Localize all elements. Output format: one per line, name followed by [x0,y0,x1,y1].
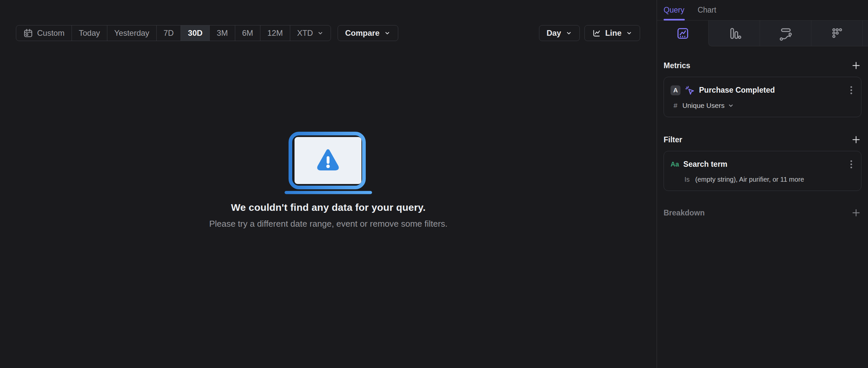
date-range-3m-button[interactable]: 3M [210,26,235,41]
bar-chart-icon [726,26,742,41]
kebab-menu-icon [850,86,852,95]
filter-property-name: Search term [683,160,727,169]
flow-icon [778,26,794,41]
plus-icon [851,61,861,70]
metrics-section-header: Metrics [663,58,861,73]
sidebar-tab-bar: Query Chart [657,0,868,21]
chart-type-dropdown[interactable]: Line [584,25,640,41]
date-range-label: Custom [37,29,65,38]
metric-event-name: Purchase Completed [699,86,775,95]
laptop-warning-illustration [285,130,372,195]
breakdown-section-header: Breakdown [663,205,861,220]
viz-tab-insights[interactable] [657,21,708,46]
insights-report-view: Custom Today Yesterday 7D 30D 3M 6M 12M … [0,0,868,368]
compare-button[interactable]: Compare [338,25,398,41]
active-tab-underline [663,19,685,21]
date-range-12m-button[interactable]: 12M [260,26,290,41]
metric-dots-icon [829,26,845,41]
tab-row-filler [862,21,868,46]
viz-tab-bar[interactable] [708,21,760,46]
date-range-custom-button[interactable]: Custom [16,26,72,41]
line-chart-icon [592,29,601,38]
chart-display-controls: Day Line [539,25,640,41]
query-builder-content: Metrics A Purchase Completed [657,58,868,220]
empty-state-subtitle: Please try a different date range, event… [209,219,447,229]
tab-chart[interactable]: Chart [698,6,716,14]
breakdown-heading: Breakdown [663,208,705,218]
filter-operator: Is [684,176,690,183]
filter-section-header: Filter [663,132,861,147]
metric-letter-badge: A [671,86,681,95]
add-metric-button[interactable] [851,60,861,71]
tab-query[interactable]: Query [663,6,684,14]
filter-card-main-row: Aa Search term [671,159,855,170]
viz-tab-metric[interactable] [811,21,862,46]
cursor-click-icon [685,86,695,95]
empty-state: We couldn't find any data for your query… [0,130,657,229]
filter-card[interactable]: Aa Search term Is (empty string), Air pu… [663,151,861,191]
metrics-heading: Metrics [663,61,690,70]
chart-canvas-area: Custom Today Yesterday 7D 30D 3M 6M 12M … [0,0,657,368]
chevron-down-icon [728,103,734,108]
metric-card[interactable]: A Purchase Completed # Uniqu [663,77,861,117]
date-range-xtd-dropdown[interactable]: XTD [290,26,331,41]
filter-menu-button[interactable] [848,159,855,170]
calendar-icon [23,28,33,38]
add-breakdown-button[interactable] [851,207,861,218]
aggregation-dropdown[interactable]: Unique Users [682,102,734,109]
chevron-down-icon [384,30,391,36]
chart-toolbar: Custom Today Yesterday 7D 30D 3M 6M 12M … [16,25,640,41]
chevron-down-icon [626,30,632,36]
metric-aggregation-row: # Unique Users [671,102,855,109]
insights-line-chart-icon [675,26,691,41]
kebab-menu-icon [850,160,852,169]
visualization-type-tabs [657,21,868,46]
plus-icon [851,208,861,218]
viz-tab-flow[interactable] [760,21,811,46]
chevron-down-icon [565,30,572,36]
aggregation-prefix: # [674,102,678,109]
empty-state-title: We couldn't find any data for your query… [231,202,426,213]
filter-values-summary[interactable]: (empty string), Air purifier, or 11 more [695,176,804,183]
date-range-7d-button[interactable]: 7D [157,26,181,41]
metric-menu-button[interactable] [848,85,855,96]
date-range-30d-button[interactable]: 30D [181,26,210,41]
add-filter-button[interactable] [851,134,861,145]
query-builder-sidebar: Query Chart [657,0,868,368]
metric-card-main-row: A Purchase Completed [671,85,855,96]
date-range-today-button[interactable]: Today [72,26,107,41]
date-range-yesterday-button[interactable]: Yesterday [107,26,157,41]
date-range-selector: Custom Today Yesterday 7D 30D 3M 6M 12M … [16,25,331,41]
filter-heading: Filter [663,135,682,144]
text-property-type-icon: Aa [671,161,679,168]
filter-condition-row: Is (empty string), Air purifier, or 11 m… [671,176,855,183]
granularity-dropdown[interactable]: Day [539,25,580,41]
chevron-down-icon [317,30,324,36]
plus-icon [851,135,861,144]
date-range-6m-button[interactable]: 6M [235,26,260,41]
